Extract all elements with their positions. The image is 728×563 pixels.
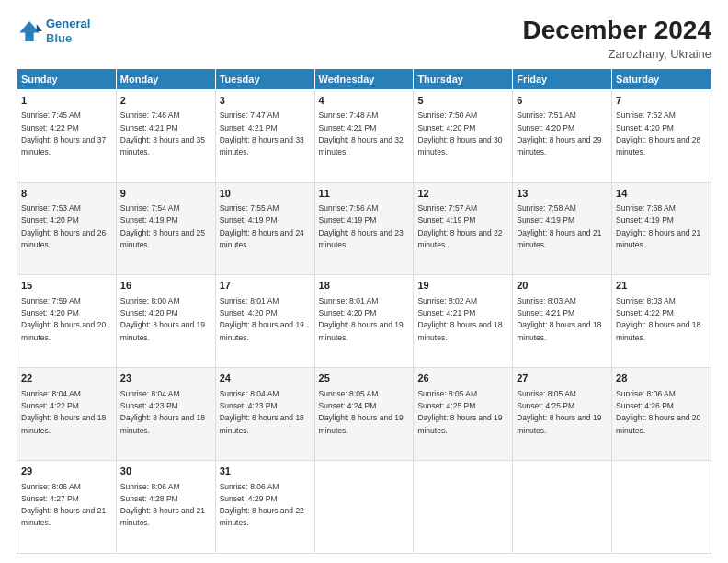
day-number: 21 xyxy=(616,279,707,293)
day-number: 4 xyxy=(319,94,410,108)
calendar-cell: 9 Sunrise: 7:54 AMSunset: 4:19 PMDayligh… xyxy=(116,182,215,275)
day-info: Sunrise: 8:04 AMSunset: 4:22 PMDaylight:… xyxy=(21,389,106,435)
day-info: Sunrise: 8:04 AMSunset: 4:23 PMDaylight:… xyxy=(220,389,304,435)
day-info: Sunrise: 8:03 AMSunset: 4:21 PMDaylight:… xyxy=(517,296,601,342)
day-info: Sunrise: 8:06 AMSunset: 4:28 PMDaylight:… xyxy=(120,482,205,528)
header: General Blue December 2024 Zarozhany, Uk… xyxy=(17,17,711,61)
day-info: Sunrise: 7:48 AMSunset: 4:21 PMDaylight:… xyxy=(319,110,404,156)
calendar-cell: 23 Sunrise: 8:04 AMSunset: 4:23 PMDaylig… xyxy=(116,368,215,461)
calendar-cell: 27 Sunrise: 8:05 AMSunset: 4:25 PMDaylig… xyxy=(513,368,612,461)
day-number: 6 xyxy=(517,94,608,108)
calendar-cell: 11 Sunrise: 7:56 AMSunset: 4:19 PMDaylig… xyxy=(314,182,414,275)
day-info: Sunrise: 7:59 AMSunset: 4:20 PMDaylight:… xyxy=(21,296,106,342)
logo-text: General Blue xyxy=(46,17,90,45)
weekday-header-friday: Friday xyxy=(513,68,612,89)
weekday-header-wednesday: Wednesday xyxy=(314,68,414,89)
day-info: Sunrise: 7:52 AMSunset: 4:20 PMDaylight:… xyxy=(616,110,700,156)
calendar-cell: 10 Sunrise: 7:55 AMSunset: 4:19 PMDaylig… xyxy=(215,182,314,275)
day-info: Sunrise: 7:55 AMSunset: 4:19 PMDaylight:… xyxy=(220,203,304,249)
title-area: December 2024 Zarozhany, Ukraine xyxy=(523,17,711,61)
calendar-cell xyxy=(414,461,513,554)
day-number: 25 xyxy=(319,372,410,385)
day-info: Sunrise: 8:06 AMSunset: 4:29 PMDaylight:… xyxy=(220,482,304,528)
day-number: 26 xyxy=(417,372,508,385)
day-number: 10 xyxy=(220,187,311,201)
calendar-cell: 25 Sunrise: 8:05 AMSunset: 4:24 PMDaylig… xyxy=(314,368,414,461)
calendar-cell: 6 Sunrise: 7:51 AMSunset: 4:20 PMDayligh… xyxy=(513,89,612,182)
day-info: Sunrise: 7:46 AMSunset: 4:21 PMDaylight:… xyxy=(120,110,205,156)
day-number: 5 xyxy=(417,94,508,108)
day-info: Sunrise: 7:53 AMSunset: 4:20 PMDaylight:… xyxy=(21,203,106,249)
calendar-cell: 8 Sunrise: 7:53 AMSunset: 4:20 PMDayligh… xyxy=(17,182,117,275)
day-info: Sunrise: 7:47 AMSunset: 4:21 PMDaylight:… xyxy=(220,110,304,156)
calendar-cell: 22 Sunrise: 8:04 AMSunset: 4:22 PMDaylig… xyxy=(17,368,117,461)
calendar-cell: 4 Sunrise: 7:48 AMSunset: 4:21 PMDayligh… xyxy=(314,89,414,182)
calendar-cell: 7 Sunrise: 7:52 AMSunset: 4:20 PMDayligh… xyxy=(612,89,711,182)
day-number: 19 xyxy=(417,279,508,293)
calendar-cell: 14 Sunrise: 7:58 AMSunset: 4:19 PMDaylig… xyxy=(612,182,711,275)
day-number: 28 xyxy=(616,372,707,385)
calendar-cell: 30 Sunrise: 8:06 AMSunset: 4:28 PMDaylig… xyxy=(116,461,215,554)
calendar-cell: 1 Sunrise: 7:45 AMSunset: 4:22 PMDayligh… xyxy=(17,89,117,182)
day-number: 14 xyxy=(616,187,707,201)
calendar-cell xyxy=(513,461,612,554)
day-number: 1 xyxy=(21,94,112,108)
day-info: Sunrise: 8:02 AMSunset: 4:21 PMDaylight:… xyxy=(417,296,502,342)
calendar-cell: 26 Sunrise: 8:05 AMSunset: 4:25 PMDaylig… xyxy=(414,368,513,461)
day-number: 24 xyxy=(220,372,311,385)
day-number: 16 xyxy=(120,279,211,293)
day-info: Sunrise: 8:03 AMSunset: 4:22 PMDaylight:… xyxy=(616,296,700,342)
day-info: Sunrise: 7:51 AMSunset: 4:20 PMDaylight:… xyxy=(517,110,601,156)
day-number: 9 xyxy=(120,187,211,201)
calendar-cell: 24 Sunrise: 8:04 AMSunset: 4:23 PMDaylig… xyxy=(215,368,314,461)
page: General Blue December 2024 Zarozhany, Uk… xyxy=(0,0,728,563)
day-number: 15 xyxy=(21,279,112,293)
day-number: 31 xyxy=(220,465,311,478)
day-info: Sunrise: 8:00 AMSunset: 4:20 PMDaylight:… xyxy=(120,296,205,342)
calendar-cell: 18 Sunrise: 8:01 AMSunset: 4:20 PMDaylig… xyxy=(314,275,414,368)
day-info: Sunrise: 7:56 AMSunset: 4:19 PMDaylight:… xyxy=(319,203,404,249)
day-info: Sunrise: 8:05 AMSunset: 4:25 PMDaylight:… xyxy=(517,389,601,435)
day-info: Sunrise: 8:06 AMSunset: 4:26 PMDaylight:… xyxy=(616,389,700,435)
calendar-cell: 3 Sunrise: 7:47 AMSunset: 4:21 PMDayligh… xyxy=(215,89,314,182)
calendar-cell: 17 Sunrise: 8:01 AMSunset: 4:20 PMDaylig… xyxy=(215,275,314,368)
calendar-cell: 19 Sunrise: 8:02 AMSunset: 4:21 PMDaylig… xyxy=(414,275,513,368)
day-info: Sunrise: 8:04 AMSunset: 4:23 PMDaylight:… xyxy=(120,389,205,435)
day-info: Sunrise: 7:45 AMSunset: 4:22 PMDaylight:… xyxy=(21,110,106,156)
day-info: Sunrise: 8:05 AMSunset: 4:25 PMDaylight:… xyxy=(417,389,502,435)
day-info: Sunrise: 7:57 AMSunset: 4:19 PMDaylight:… xyxy=(417,203,502,249)
day-number: 11 xyxy=(319,187,410,201)
weekday-header-tuesday: Tuesday xyxy=(215,68,314,89)
day-number: 13 xyxy=(517,187,608,201)
day-number: 3 xyxy=(220,94,311,108)
calendar-cell: 12 Sunrise: 7:57 AMSunset: 4:19 PMDaylig… xyxy=(414,182,513,275)
day-number: 2 xyxy=(120,94,211,108)
subtitle: Zarozhany, Ukraine xyxy=(523,47,711,61)
weekday-header-saturday: Saturday xyxy=(612,68,711,89)
day-number: 30 xyxy=(120,465,211,478)
day-info: Sunrise: 7:58 AMSunset: 4:19 PMDaylight:… xyxy=(517,203,601,249)
day-info: Sunrise: 8:01 AMSunset: 4:20 PMDaylight:… xyxy=(220,296,304,342)
day-number: 18 xyxy=(319,279,410,293)
logo-icon xyxy=(17,18,42,44)
calendar-cell: 13 Sunrise: 7:58 AMSunset: 4:19 PMDaylig… xyxy=(513,182,612,275)
calendar-cell: 15 Sunrise: 7:59 AMSunset: 4:20 PMDaylig… xyxy=(17,275,117,368)
day-number: 20 xyxy=(517,279,608,293)
main-title: December 2024 xyxy=(523,17,711,45)
day-info: Sunrise: 8:05 AMSunset: 4:24 PMDaylight:… xyxy=(319,389,404,435)
day-number: 8 xyxy=(21,187,112,201)
day-number: 27 xyxy=(517,372,608,385)
day-number: 12 xyxy=(417,187,508,201)
calendar-cell: 29 Sunrise: 8:06 AMSunset: 4:27 PMDaylig… xyxy=(17,461,117,554)
day-number: 29 xyxy=(21,465,112,478)
calendar-cell: 5 Sunrise: 7:50 AMSunset: 4:20 PMDayligh… xyxy=(414,89,513,182)
calendar-cell: 16 Sunrise: 8:00 AMSunset: 4:20 PMDaylig… xyxy=(116,275,215,368)
calendar-cell xyxy=(612,461,711,554)
calendar-cell: 20 Sunrise: 8:03 AMSunset: 4:21 PMDaylig… xyxy=(513,275,612,368)
day-info: Sunrise: 8:06 AMSunset: 4:27 PMDaylight:… xyxy=(21,482,106,528)
day-number: 17 xyxy=(220,279,311,293)
weekday-header-monday: Monday xyxy=(116,68,215,89)
calendar-cell: 21 Sunrise: 8:03 AMSunset: 4:22 PMDaylig… xyxy=(612,275,711,368)
logo: General Blue xyxy=(17,17,90,45)
day-info: Sunrise: 7:50 AMSunset: 4:20 PMDaylight:… xyxy=(417,110,502,156)
